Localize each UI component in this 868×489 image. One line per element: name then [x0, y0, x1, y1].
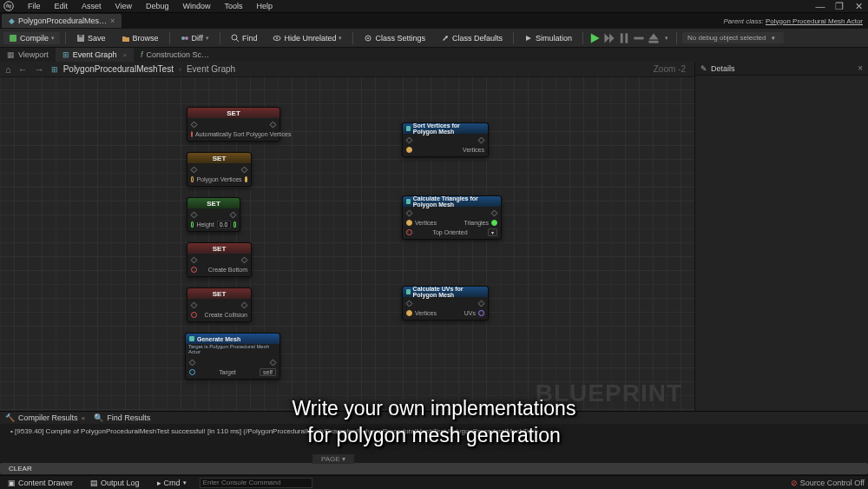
top-oriented-pin[interactable] [406, 229, 412, 235]
exec-out-pin[interactable] [230, 212, 237, 219]
close-icon[interactable]: × [82, 414, 86, 422]
exec-out-pin[interactable] [478, 137, 485, 144]
tab-compiler-results[interactable]: 🔨 Compiler Results × [5, 413, 85, 422]
document-tab[interactable]: ◆ PolygonProceduralMes… × [2, 14, 122, 28]
menu-asset[interactable]: Asset [75, 2, 108, 10]
menu-window[interactable]: Window [175, 2, 217, 10]
exec-in-pin[interactable] [191, 167, 198, 174]
exec-out-pin[interactable] [491, 210, 498, 217]
exec-out-pin[interactable] [241, 257, 248, 264]
exec-out-pin[interactable] [270, 360, 277, 367]
chevron-down-icon: ▾ [51, 35, 55, 42]
node-set-create-collision[interactable]: SET Create Collision [187, 287, 252, 322]
content-drawer-button[interactable]: ▣ Content Drawer [3, 478, 77, 488]
menu-edit[interactable]: Edit [48, 2, 76, 10]
nav-home-icon[interactable]: ⌂ [3, 64, 13, 75]
clear-button[interactable]: CLEAR [0, 463, 868, 474]
hide-unrelated-button[interactable]: Hide Unrelated ▾ [267, 32, 347, 44]
step-button[interactable] [633, 32, 645, 44]
compile-button[interactable]: Compile ▾ [3, 32, 60, 44]
menu-file[interactable]: File [21, 2, 48, 10]
menu-debug[interactable]: Debug [139, 2, 176, 10]
input-pin[interactable] [191, 221, 194, 228]
exec-in-pin[interactable] [406, 210, 413, 217]
play-button[interactable] [589, 32, 601, 44]
tab-construction-script[interactable]: f Construction Sc… [134, 48, 216, 62]
tab-viewport[interactable]: ▦ Viewport [0, 48, 56, 62]
save-button[interactable]: Save [71, 32, 111, 44]
input-pin[interactable] [191, 267, 197, 273]
parent-class-link[interactable]: Polygon Procedural Mesh Actor [766, 17, 863, 25]
tab-event-graph[interactable]: ⊞ Event Graph × [56, 48, 134, 62]
height-input[interactable] [217, 221, 231, 228]
close-icon[interactable]: × [122, 51, 127, 59]
output-log-button[interactable]: ▤ Output Log [86, 478, 144, 488]
console-command-input[interactable] [200, 478, 312, 488]
nav-forward-icon[interactable]: → [33, 64, 46, 75]
close-icon[interactable]: × [858, 63, 863, 73]
menu-tools[interactable]: Tools [217, 2, 249, 10]
chevron-down-icon[interactable]: ▾ [662, 35, 671, 42]
node-generate-mesh[interactable]: Generate Mesh Target is Polygon Procedur… [185, 333, 280, 380]
node-calculate-triangles[interactable]: Calculate Triangles for Polygon Mesh Ver… [402, 195, 502, 240]
node-calculate-uvs[interactable]: Calculate UVs for Polygon Mesh VerticesU… [402, 286, 489, 320]
target-pin[interactable] [189, 369, 195, 375]
minimize-button[interactable]: — [814, 1, 826, 12]
exec-in-pin[interactable] [191, 212, 198, 219]
cmd-dropdown[interactable]: ▸ Cmd ▾ [153, 478, 191, 488]
exec-out-pin[interactable] [478, 301, 485, 307]
input-pin[interactable] [191, 176, 194, 182]
vertices-in-pin[interactable] [406, 147, 412, 153]
node-set-create-bottom[interactable]: SET Create Bottom [187, 242, 252, 277]
output-pin[interactable] [245, 176, 247, 182]
exec-in-pin[interactable] [191, 257, 198, 264]
skip-button[interactable] [603, 32, 615, 44]
breadcrumb-graph[interactable]: Event Graph [187, 64, 235, 74]
eject-button[interactable] [648, 32, 660, 44]
breadcrumb-asset[interactable]: PolygonProceduralMeshTest [63, 64, 174, 74]
exec-out-pin[interactable] [241, 302, 248, 309]
search-icon [231, 34, 240, 43]
source-control-button[interactable]: ⊘ Source Control Off [791, 479, 865, 487]
page-dropdown[interactable]: PAGE ▾ [312, 454, 354, 464]
simulation-button[interactable]: Simulation [519, 32, 577, 44]
exec-in-pin[interactable] [189, 360, 196, 367]
exec-out-pin[interactable] [270, 122, 277, 129]
event-graph-canvas[interactable]: ⌂ ← → ⊞ PolygonProceduralMeshTest › Even… [0, 62, 694, 411]
uvs-out-pin[interactable] [478, 310, 484, 316]
node-set-auto-sort[interactable]: SET Automatically Sort Polygon Vertices [187, 107, 280, 142]
tab-find-results[interactable]: 🔍 Find Results [94, 413, 150, 422]
svg-point-0 [4, 2, 14, 11]
vertices-in-pin[interactable] [406, 220, 412, 226]
input-pin[interactable] [191, 312, 197, 318]
menu-help[interactable]: Help [249, 2, 279, 10]
maximize-button[interactable]: ❐ [833, 1, 845, 12]
browse-button[interactable]: Browse [116, 32, 164, 44]
svg-rect-12 [621, 33, 623, 43]
debug-object-select[interactable]: No debug object selected ▾ [682, 32, 784, 43]
exec-out-pin[interactable] [241, 167, 248, 174]
exec-in-pin[interactable] [406, 137, 413, 144]
vertices-in-pin[interactable] [406, 310, 412, 316]
triangles-out-pin[interactable] [491, 220, 497, 226]
exec-in-pin[interactable] [406, 301, 413, 307]
node-set-vertices[interactable]: SET Polygon Vertices [187, 152, 252, 187]
menu-view[interactable]: View [108, 2, 139, 10]
pause-button[interactable] [618, 32, 630, 44]
function-icon [406, 199, 411, 204]
node-set-height[interactable]: SET Height [187, 197, 240, 232]
diff-button[interactable]: Diff ▾ [175, 32, 214, 44]
find-button[interactable]: Find [226, 32, 263, 44]
node-sort-vertices[interactable]: Sort Vertices for Polygon Mesh Vertices [402, 122, 489, 157]
top-oriented-dropdown[interactable]: ▾ [488, 228, 497, 236]
close-icon[interactable]: × [110, 17, 115, 25]
nav-back-icon[interactable]: ← [16, 64, 30, 75]
svg-rect-15 [648, 40, 658, 43]
exec-in-pin[interactable] [191, 302, 198, 309]
close-button[interactable]: ✕ [852, 1, 865, 12]
class-defaults-button[interactable]: Class Defaults [436, 32, 508, 44]
class-settings-button[interactable]: Class Settings [358, 32, 431, 44]
exec-in-pin[interactable] [191, 122, 198, 129]
output-pin[interactable] [233, 221, 236, 228]
input-pin[interactable] [191, 131, 193, 137]
